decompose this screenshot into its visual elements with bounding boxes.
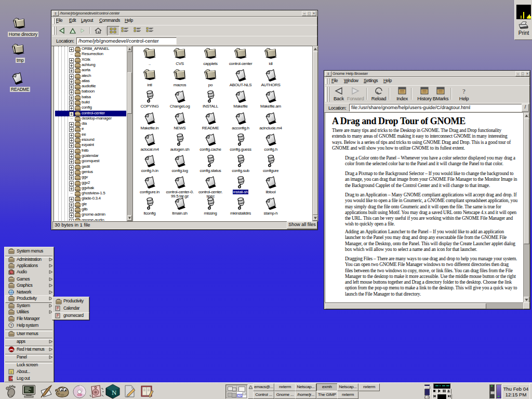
svg-text:CD: CD [77,393,82,396]
svg-text:i: i [11,370,12,375]
svg-text:N: N [112,389,117,396]
svg-text:?: ? [10,323,12,328]
svg-text:?: ? [462,87,466,95]
